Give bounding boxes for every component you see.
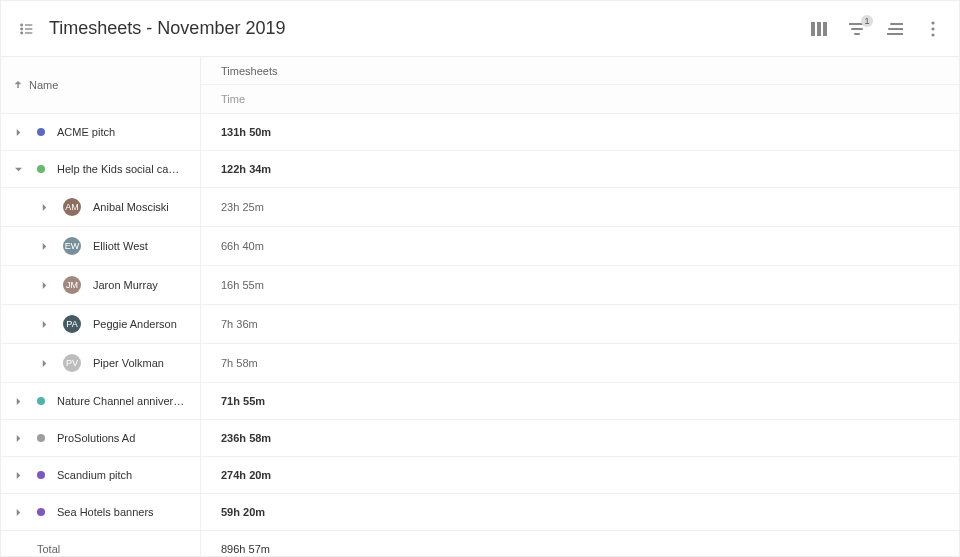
- user-name: Peggie Anderson: [93, 318, 177, 330]
- time-value: 236h 58m: [221, 432, 271, 444]
- project-color-dot: [37, 165, 45, 173]
- user-row[interactable]: PAPeggie Anderson7h 36m: [1, 305, 959, 344]
- name-cell: Nature Channel anniversary cam...: [1, 383, 201, 419]
- time-value: 71h 55m: [221, 395, 265, 407]
- time-cell: 122h 34m: [201, 151, 959, 187]
- time-cell: 274h 20m: [201, 457, 959, 493]
- project-row[interactable]: Sea Hotels banners59h 20m: [1, 494, 959, 531]
- avatar: AM: [63, 198, 81, 216]
- time-value: 16h 55m: [221, 279, 264, 291]
- time-cell: 131h 50m: [201, 114, 959, 150]
- total-value-cell: 896h 57m: [201, 531, 959, 557]
- time-cell: 66h 40m: [201, 228, 959, 264]
- total-row: Total 896h 57m: [1, 531, 959, 557]
- caret-right-icon[interactable]: [39, 241, 49, 251]
- svg-point-16: [931, 27, 934, 30]
- column-header: Name Timesheets Time: [1, 57, 959, 114]
- project-row[interactable]: ProSolutions Ad236h 58m: [1, 420, 959, 457]
- time-value: 7h 58m: [221, 357, 258, 369]
- svg-point-17: [931, 33, 934, 36]
- name-cell: Scandium pitch: [1, 457, 201, 493]
- project-row[interactable]: Nature Channel anniversary cam...71h 55m: [1, 383, 959, 420]
- caret-right-icon[interactable]: [39, 358, 49, 368]
- name-cell: Sea Hotels banners: [1, 494, 201, 530]
- column-group-label[interactable]: Timesheets: [201, 57, 959, 85]
- time-value: 66h 40m: [221, 240, 264, 252]
- time-value: 131h 50m: [221, 126, 271, 138]
- time-cell: 59h 20m: [201, 494, 959, 530]
- sort-icon[interactable]: [885, 19, 905, 39]
- page-title: Timesheets - November 2019: [49, 18, 809, 39]
- name-cell: JMJaron Murray: [1, 266, 201, 304]
- caret-right-icon[interactable]: [13, 396, 23, 406]
- caret-right-icon[interactable]: [39, 202, 49, 212]
- caret-right-icon[interactable]: [13, 470, 23, 480]
- project-row[interactable]: Help the Kids social campaign122h 34m: [1, 151, 959, 188]
- app-frame: Timesheets - November 2019 1 Name: [0, 0, 960, 557]
- caret-right-icon[interactable]: [13, 127, 23, 137]
- svg-point-15: [931, 21, 934, 24]
- total-label: Total: [37, 543, 60, 555]
- caret-right-icon[interactable]: [13, 433, 23, 443]
- column-name-label: Name: [29, 79, 58, 91]
- caret-right-icon[interactable]: [13, 507, 23, 517]
- rows-container: ACME pitch131h 50mHelp the Kids social c…: [1, 114, 959, 531]
- avatar: JM: [63, 276, 81, 294]
- caret-right-icon[interactable]: [39, 280, 49, 290]
- project-color-dot: [37, 508, 45, 516]
- project-color-dot: [37, 128, 45, 136]
- total-label-cell: Total: [1, 531, 201, 557]
- svg-rect-6: [811, 22, 815, 36]
- project-color-dot: [37, 397, 45, 405]
- project-row[interactable]: Scandium pitch274h 20m: [1, 457, 959, 494]
- project-name: ProSolutions Ad: [57, 432, 135, 444]
- user-name: Elliott West: [93, 240, 148, 252]
- project-name: Sea Hotels banners: [57, 506, 154, 518]
- project-color-dot: [37, 471, 45, 479]
- project-name: Help the Kids social campaign: [57, 163, 188, 175]
- time-value: 23h 25m: [221, 201, 264, 213]
- avatar: PV: [63, 354, 81, 372]
- project-color-dot: [37, 434, 45, 442]
- time-cell: 7h 58m: [201, 345, 959, 381]
- project-name: Nature Channel anniversary cam...: [57, 395, 188, 407]
- columns-icon[interactable]: [809, 19, 829, 39]
- column-header-name[interactable]: Name: [1, 57, 201, 113]
- user-row[interactable]: EWElliott West66h 40m: [1, 227, 959, 266]
- time-cell: 71h 55m: [201, 383, 959, 419]
- total-value: 896h 57m: [221, 543, 270, 555]
- time-value: 122h 34m: [221, 163, 271, 175]
- user-row[interactable]: AMAnibal Mosciski23h 25m: [1, 188, 959, 227]
- name-cell: EWElliott West: [1, 227, 201, 265]
- filter-badge: 1: [861, 15, 873, 27]
- user-name: Anibal Mosciski: [93, 201, 169, 213]
- view-switch-icon[interactable]: [17, 19, 37, 39]
- name-cell: AMAnibal Mosciski: [1, 188, 201, 226]
- project-name: ACME pitch: [57, 126, 115, 138]
- svg-point-1: [21, 28, 23, 30]
- page-header: Timesheets - November 2019 1: [1, 1, 959, 57]
- svg-point-2: [21, 32, 23, 34]
- time-cell: 16h 55m: [201, 267, 959, 303]
- caret-right-icon[interactable]: [39, 319, 49, 329]
- svg-rect-7: [817, 22, 821, 36]
- user-name: Jaron Murray: [93, 279, 158, 291]
- name-cell: Help the Kids social campaign: [1, 151, 201, 187]
- user-row[interactable]: JMJaron Murray16h 55m: [1, 266, 959, 305]
- project-name: Scandium pitch: [57, 469, 132, 481]
- name-cell: ACME pitch: [1, 114, 201, 150]
- user-name: Piper Volkman: [93, 357, 164, 369]
- header-tools: 1: [809, 19, 943, 39]
- time-cell: 23h 25m: [201, 189, 959, 225]
- sort-asc-icon: [13, 80, 23, 90]
- name-cell: PAPeggie Anderson: [1, 305, 201, 343]
- name-cell: ProSolutions Ad: [1, 420, 201, 456]
- avatar: EW: [63, 237, 81, 255]
- more-icon[interactable]: [923, 19, 943, 39]
- project-row[interactable]: ACME pitch131h 50m: [1, 114, 959, 151]
- user-row[interactable]: PVPiper Volkman7h 58m: [1, 344, 959, 383]
- filter-icon[interactable]: 1: [847, 19, 867, 39]
- column-sub-label[interactable]: Time: [201, 85, 959, 113]
- caret-down-icon[interactable]: [13, 164, 23, 174]
- time-cell: 7h 36m: [201, 306, 959, 342]
